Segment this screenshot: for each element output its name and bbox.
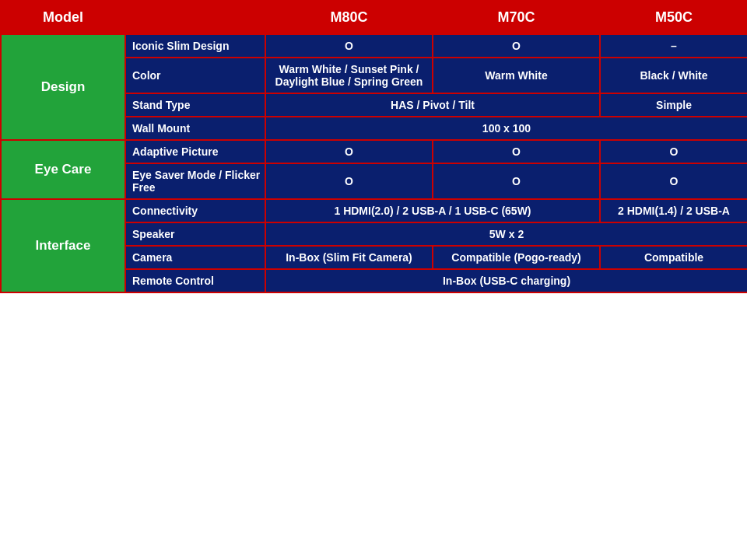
stand-type-feature: Stand Type [125,93,265,117]
remote-control-all: In-Box (USB-C charging) [265,269,747,292]
m50c-header: M50C [600,1,747,34]
m80c-header: M80C [265,1,433,34]
adaptive-picture-row: Eye Care Adaptive Picture O O O [1,140,747,163]
design-category: Design [1,34,125,140]
color-m80c: Warm White / Sunset Pink / Daylight Blue… [265,58,433,93]
wall-mount-all: 100 x 100 [265,117,747,140]
interface-category: Interface [1,199,125,292]
eye-saver-m50c: O [600,163,747,199]
speaker-feature: Speaker [125,222,265,246]
eye-saver-m80c: O [265,163,433,199]
color-feature: Color [125,58,265,93]
camera-feature: Camera [125,246,265,269]
stand-type-m80c-m70c: HAS / Pivot / Tilt [265,93,600,117]
color-m50c: Black / White [600,58,747,93]
remote-control-feature: Remote Control [125,269,265,292]
eye-care-category: Eye Care [1,140,125,199]
header-row: Model M80C M70C M50C [1,1,747,34]
col-header-empty [125,1,265,34]
iconic-slim-m50c: – [600,34,747,58]
iconic-slim-m70c: O [433,34,600,58]
connectivity-m80c-m70c: 1 HDMI(2.0) / 2 USB-A / 1 USB-C (65W) [265,199,600,222]
stand-type-m50c: Simple [600,93,747,117]
connectivity-row: Interface Connectivity 1 HDMI(2.0) / 2 U… [1,199,747,222]
iconic-slim-m80c: O [265,34,433,58]
adaptive-picture-m80c: O [265,140,433,163]
iconic-slim-feature: Iconic Slim Design [125,34,265,58]
camera-m50c: Compatible [600,246,747,269]
camera-m70c: Compatible (Pogo-ready) [433,246,600,269]
adaptive-picture-m70c: O [433,140,600,163]
adaptive-picture-m50c: O [600,140,747,163]
m70c-header: M70C [433,1,600,34]
speaker-all: 5W x 2 [265,222,747,246]
connectivity-m50c: 2 HDMI(1.4) / 2 USB-A [600,199,747,222]
eye-saver-m70c: O [433,163,600,199]
iconic-slim-row: Design Iconic Slim Design O O – [1,34,747,58]
color-m70c: Warm White [433,58,600,93]
connectivity-feature: Connectivity [125,199,265,222]
wall-mount-feature: Wall Mount [125,117,265,140]
adaptive-picture-feature: Adaptive Picture [125,140,265,163]
model-header: Model [1,1,125,34]
camera-m80c: In-Box (Slim Fit Camera) [265,246,433,269]
eye-saver-feature: Eye Saver Mode / Flicker Free [125,163,265,199]
